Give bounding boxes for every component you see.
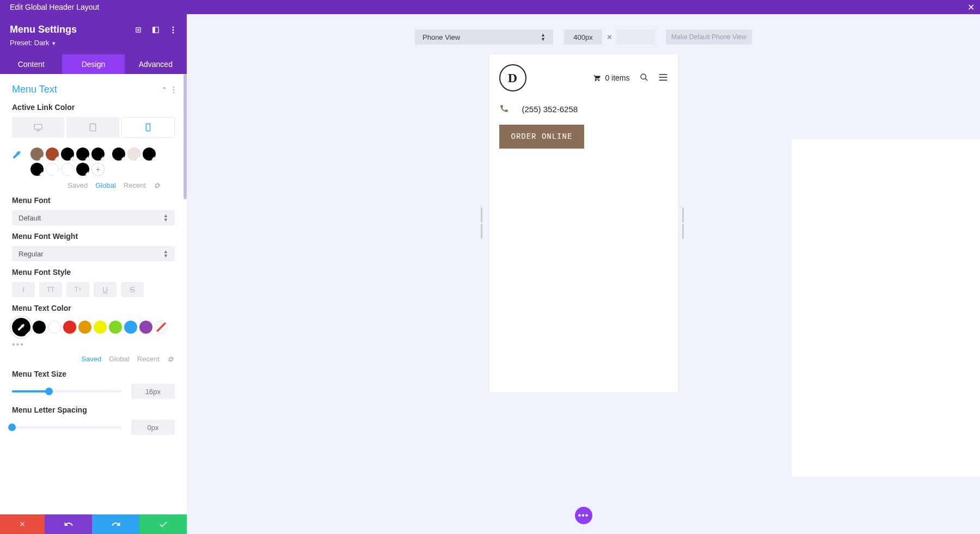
device-desktop-button[interactable]	[12, 117, 64, 138]
cancel-button[interactable]	[0, 514, 45, 534]
palette-tab-recent[interactable]: Recent	[137, 355, 160, 363]
sidebar-title: Menu Settings	[10, 24, 77, 35]
color-swatch[interactable]	[76, 148, 89, 161]
device-tablet-button[interactable]	[66, 117, 119, 138]
gear-icon[interactable]	[167, 355, 175, 363]
responsive-device-tabs	[12, 117, 175, 138]
layout-icon[interactable]	[152, 26, 160, 34]
save-button[interactable]	[139, 514, 187, 534]
color-swatch[interactable]	[61, 148, 74, 161]
color-swatch[interactable]	[109, 321, 122, 334]
chevron-up-icon[interactable]: ⌃	[162, 86, 167, 94]
svg-point-1	[138, 29, 139, 30]
color-swatch-none[interactable]	[155, 321, 168, 334]
palette-tab-saved[interactable]: Saved	[81, 355, 101, 363]
palette-tab-recent[interactable]: Recent	[124, 181, 146, 189]
color-picker-button[interactable]	[12, 318, 30, 336]
color-swatch[interactable]	[76, 163, 89, 176]
svg-point-6	[173, 32, 174, 33]
settings-tabs: Content Design Advanced	[0, 54, 187, 74]
gear-icon[interactable]	[154, 182, 161, 189]
more-dots-icon[interactable]: •••	[12, 340, 175, 349]
section-header-menu-text[interactable]: Menu Text ⌃	[12, 84, 175, 95]
menu-font-select[interactable]: Default ▲▼	[12, 210, 175, 225]
color-swatch[interactable]	[139, 321, 152, 334]
tab-content[interactable]: Content	[0, 54, 62, 74]
underline-button[interactable]: U	[94, 282, 117, 297]
color-swatch[interactable]	[78, 321, 91, 334]
letter-spacing-value[interactable]: 0px	[131, 420, 175, 435]
color-swatch[interactable]	[143, 148, 156, 161]
preset-dropdown[interactable]: Preset: Dark▼	[10, 39, 177, 47]
color-swatch[interactable]	[61, 163, 74, 176]
color-swatch[interactable]	[46, 148, 59, 161]
label-menu-font-weight: Menu Font Weight	[12, 232, 175, 241]
kebab-icon[interactable]	[169, 26, 177, 34]
undo-button[interactable]	[45, 514, 92, 534]
label-menu-font: Menu Font	[12, 196, 175, 205]
strikethrough-button[interactable]: S	[121, 282, 144, 297]
fab-more-button[interactable]: •••	[575, 507, 592, 524]
text-size-slider[interactable]	[12, 386, 121, 397]
color-swatch[interactable]	[30, 148, 44, 161]
phone-number[interactable]: (255) 352-6258	[522, 105, 578, 114]
menu-font-weight-select[interactable]: Regular ▲▼	[12, 246, 175, 261]
updown-icon: ▲▼	[541, 33, 546, 41]
palette-tab-saved[interactable]: Saved	[68, 181, 88, 189]
phone-icon	[499, 103, 509, 115]
smallcaps-button[interactable]: TT	[66, 282, 89, 297]
dimension-separator: ✕	[607, 33, 612, 41]
color-swatch[interactable]	[112, 148, 125, 161]
expand-icon[interactable]	[134, 26, 142, 34]
color-swatch[interactable]	[33, 321, 46, 334]
hamburger-icon[interactable]	[658, 73, 668, 83]
sidebar-header: Menu Settings Preset: Dark▼	[0, 14, 187, 54]
height-input[interactable]	[617, 29, 655, 45]
close-icon[interactable]: ✕	[967, 2, 975, 13]
text-size-value[interactable]: 16px	[131, 384, 175, 399]
letter-spacing-slider[interactable]	[12, 422, 121, 433]
logo[interactable]: D	[499, 64, 526, 91]
active-link-color-swatches: +	[30, 148, 161, 176]
svg-point-7	[173, 86, 175, 88]
make-default-button[interactable]: Make Default Phone View	[666, 29, 752, 45]
svg-point-4	[173, 26, 174, 28]
color-swatch[interactable]	[46, 163, 59, 176]
svg-rect-10	[34, 124, 42, 129]
kebab-icon[interactable]	[173, 86, 175, 94]
add-color-button[interactable]: +	[91, 163, 105, 176]
color-swatch[interactable]	[94, 321, 107, 334]
workspace: Menu Settings Preset: Dark▼ Con	[0, 14, 980, 534]
palette-tab-global[interactable]: Global	[109, 355, 130, 363]
app-title: Edit Global Header Layout	[10, 3, 99, 11]
eyedropper-icon[interactable]	[12, 150, 22, 162]
search-icon[interactable]	[640, 73, 648, 83]
order-online-button[interactable]: ORDER ONLINE	[499, 125, 585, 149]
device-phone-button[interactable]	[121, 117, 175, 138]
resize-handle-right[interactable]	[682, 207, 687, 239]
color-swatch[interactable]	[63, 321, 76, 334]
cart-icon	[593, 74, 602, 82]
color-swatch[interactable]	[91, 148, 105, 161]
palette-tab-global[interactable]: Global	[95, 181, 116, 189]
color-swatch[interactable]	[127, 148, 140, 161]
tab-design[interactable]: Design	[62, 54, 124, 74]
label-menu-text-size: Menu Text Size	[12, 370, 175, 378]
svg-rect-11	[90, 124, 95, 131]
uppercase-button[interactable]: TT	[39, 282, 62, 297]
bottom-actions	[0, 514, 187, 534]
svg-point-9	[173, 91, 175, 93]
updown-icon: ▲▼	[163, 249, 168, 258]
italic-button[interactable]: I	[12, 282, 35, 297]
cart-link[interactable]: 0 items	[593, 73, 629, 82]
color-swatch[interactable]	[30, 163, 44, 176]
width-input[interactable]	[564, 29, 602, 45]
color-swatch[interactable]	[124, 321, 137, 334]
color-swatch[interactable]	[48, 321, 61, 334]
tab-advanced[interactable]: Advanced	[125, 54, 187, 74]
text-color-swatches	[12, 318, 175, 336]
resize-handle-left[interactable]	[481, 207, 485, 239]
redo-button[interactable]	[92, 514, 139, 534]
view-dropdown[interactable]: Phone View ▲▼	[415, 29, 553, 45]
font-style-buttons: I TT TT U S	[12, 282, 175, 297]
